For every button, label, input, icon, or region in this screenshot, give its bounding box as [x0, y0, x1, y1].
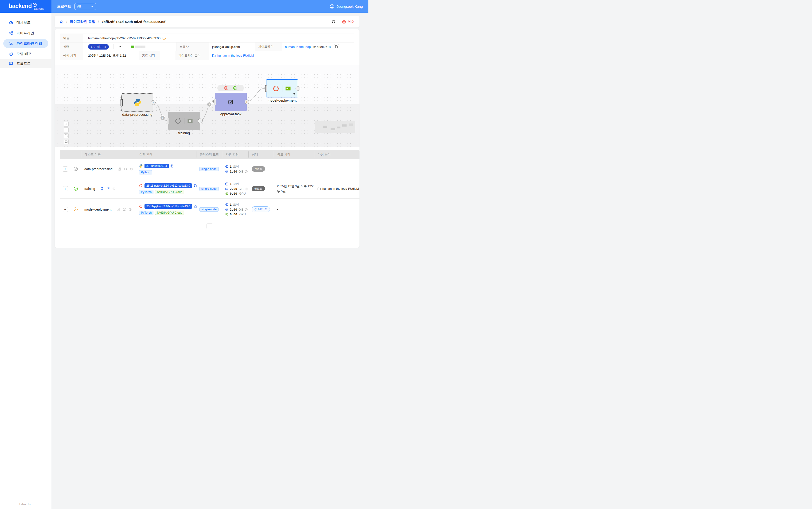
output-port[interactable]: › [151, 100, 156, 105]
cancel-job-button[interactable]: 취소 [342, 20, 354, 24]
node-training[interactable]: › training [168, 112, 200, 130]
file-code-icon [335, 45, 338, 48]
pipeline-canvas[interactable]: 1 1 › data-preprocessing [55, 65, 359, 147]
zoom-out-button[interactable] [64, 128, 69, 132]
sidebar-item-dashboard[interactable]: 대시보드 [0, 18, 52, 28]
node-data-preprocessing[interactable]: › data-preprocessing [122, 94, 153, 111]
gpu-unit: fGPU [238, 192, 246, 195]
divider [114, 208, 114, 211]
gpu-unit: fGPU [238, 213, 246, 216]
sidebar-item-pipeline-jobs[interactable]: 파이프라인 작업 [3, 39, 48, 48]
memory-value: 2.00 [230, 208, 237, 211]
info-icon[interactable] [245, 208, 248, 211]
output-port[interactable]: › [296, 86, 300, 91]
divider [126, 44, 126, 49]
env-tag: PyTorch [139, 190, 154, 194]
logo-area: backend AI FastTrack [0, 0, 52, 13]
pipeline-version: @ e8ee2c18 [313, 45, 331, 48]
sidebar: 대시보드 파이프라인 파이프라인 작업 모델 배포 프롬프트 Lablup [0, 13, 52, 231]
open-session-button[interactable] [124, 167, 127, 171]
edge-layer [55, 65, 359, 147]
top-nav: 프로젝트 All Jeongseok Kang [52, 0, 368, 13]
header-environment: 실행 환경 [136, 151, 196, 158]
node-approval-task[interactable]: › approval-task [215, 93, 247, 111]
pipeline-link[interactable]: human-in-the-loop [285, 45, 311, 48]
expand-row-button[interactable]: + [63, 166, 68, 172]
task-row-data-preprocessing: + data-preprocessing [60, 159, 359, 179]
job-info-table: 이름 human-in-the-loop-job-2025-12-09T13:2… [60, 34, 354, 60]
info-icon[interactable] [245, 170, 248, 173]
refresh-button[interactable] [331, 20, 335, 24]
brand-ai-badge: AI [33, 3, 37, 7]
reject-button[interactable] [224, 86, 228, 90]
approve-button[interactable] [233, 86, 237, 90]
memory-value: 1.00 [230, 170, 237, 173]
canvas-minimap[interactable] [315, 121, 355, 133]
pipeline-label: 파이프라인 [255, 42, 282, 51]
pytorch-icon [139, 204, 143, 208]
sidebar-item-model-deploy[interactable]: 모델 배포 [0, 48, 52, 59]
cpu-unit: 코어 [233, 182, 239, 186]
copy-icon[interactable] [170, 164, 174, 168]
user-menu[interactable]: Jeongseok Kang [330, 4, 363, 9]
cpu-icon [225, 203, 228, 206]
sidebar-item-label: 파이프라인 작업 [17, 41, 42, 46]
memory-unit: GiB [238, 188, 243, 191]
input-port[interactable] [214, 99, 216, 105]
cpu-icon [225, 165, 228, 168]
history-button[interactable] [112, 187, 116, 191]
breadcrumb-pipeline-jobs-link[interactable]: 파이프라인 작업 [70, 20, 95, 24]
input-port[interactable] [167, 117, 169, 124]
layout-button[interactable] [64, 139, 69, 144]
name-label: 이름 [60, 34, 83, 42]
node-model-deployment[interactable]: › model-deployment [266, 79, 298, 97]
task-log-button[interactable] [117, 208, 120, 211]
history-button[interactable] [129, 208, 132, 211]
pipeline-folder-link[interactable]: human-in-the-loop-FUdluM [212, 54, 254, 57]
fit-view-button[interactable] [64, 133, 69, 138]
brand-logo[interactable]: backend AI FastTrack [9, 3, 43, 10]
created-label: 생성 시각 [60, 51, 83, 60]
home-icon[interactable] [60, 20, 64, 24]
env-tag: NVIDIA GPU Cloud [155, 211, 184, 215]
history-button[interactable] [130, 167, 133, 171]
header-status: 상태 [248, 151, 274, 158]
breadcrumb-separator: / [66, 20, 67, 24]
open-session-button[interactable] [123, 208, 126, 211]
folder-icon [212, 54, 216, 57]
pytorch-icon [273, 85, 280, 92]
sidebar-item-prompt[interactable]: 프롬프트 [0, 59, 52, 68]
close-circle-icon [342, 20, 346, 24]
input-port[interactable] [121, 99, 123, 106]
pagination-button[interactable] [206, 224, 213, 229]
top-bar: backend AI FastTrack 프로젝트 All Jeongseok … [0, 0, 368, 13]
output-port[interactable]: › [245, 100, 249, 104]
job-name-value: human-in-the-loop-job-2025-12-09T13:22:4… [88, 36, 160, 40]
approval-toolbar [217, 85, 244, 91]
waiting-spinner-icon [255, 208, 257, 211]
expand-row-button[interactable]: + [63, 207, 68, 212]
ended-at: 2025년 12월 9일 오후 1:22 [277, 184, 314, 188]
task-row-model-deployment: + model-deployment [60, 199, 359, 220]
task-name: training [84, 187, 95, 191]
open-session-button[interactable] [106, 187, 110, 191]
sidebar-item-label: 프롬프트 [17, 62, 31, 66]
output-port[interactable]: › [198, 118, 202, 123]
expand-row-button[interactable]: + [63, 186, 68, 191]
status-expand-chevron[interactable] [119, 45, 121, 48]
task-log-button[interactable] [101, 187, 104, 191]
owner-label: 소유자 [176, 42, 209, 51]
project-select[interactable]: All [74, 3, 96, 10]
input-port[interactable] [265, 85, 267, 92]
header-resources: 자원 할당 [222, 151, 248, 158]
minimap-node [323, 126, 327, 128]
pipeline-yaml-button[interactable] [334, 44, 339, 49]
info-icon[interactable] [245, 188, 248, 191]
cpu-value: 1 [230, 182, 232, 186]
sidebar-item-pipeline[interactable]: 파이프라인 [0, 28, 52, 38]
zoom-in-button[interactable] [64, 122, 69, 127]
task-log-button[interactable] [118, 167, 121, 171]
env-tag: NVIDIA GPU Cloud [155, 190, 184, 194]
gpu-icon [225, 213, 228, 216]
virtual-folder-link[interactable]: human-in-the-loop-FUdluM [317, 187, 359, 191]
